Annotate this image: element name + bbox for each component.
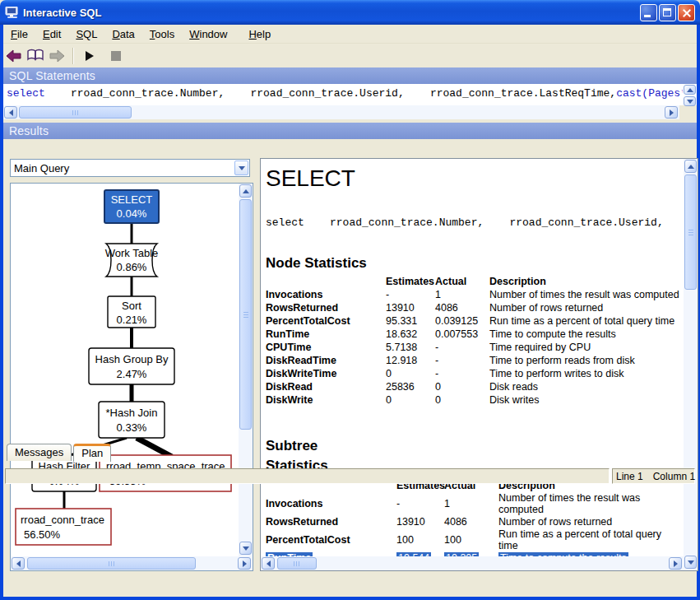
stat-row: DiskWrite00Disk writes xyxy=(266,393,684,407)
tree-hscrollbar[interactable] xyxy=(11,556,253,570)
stat-cell: Disk reads xyxy=(489,381,684,393)
scroll-left-button[interactable] xyxy=(4,106,17,119)
maximize-button[interactable] xyxy=(659,4,676,21)
chevron-down-icon xyxy=(239,166,245,170)
plan-node-hash-join[interactable]: *Hash Join 0.33% xyxy=(99,402,165,438)
stat-cell: - xyxy=(396,498,444,509)
right-arrow-icon xyxy=(670,109,674,116)
stat-row: PercentTotalCost95.3310.039125Run time a… xyxy=(266,314,684,328)
dropdown-button[interactable] xyxy=(234,160,248,175)
window-title: Interactive SQL xyxy=(23,7,640,19)
back-button[interactable] xyxy=(3,46,25,66)
scroll-right-button[interactable] xyxy=(669,557,682,570)
sql-editor[interactable]: select rroad_conn_trace.Number, rroad_co… xyxy=(3,84,697,105)
stat-cell: DiskWriteTime xyxy=(266,368,386,379)
results-header: Results xyxy=(3,123,697,139)
scroll-down-button[interactable] xyxy=(239,542,252,555)
menu-edit[interactable]: Edit xyxy=(35,26,68,43)
play-icon xyxy=(85,50,95,62)
tree-vscrollbar[interactable] xyxy=(239,184,253,556)
scroll-thumb[interactable] xyxy=(277,557,317,570)
tab-plan[interactable]: Plan xyxy=(73,444,111,462)
plan-tree-canvas[interactable]: SELECT 0.04% Work Table 0.86% Sort 0.21% xyxy=(11,184,239,556)
stat-cell: 4086 xyxy=(435,302,489,314)
status-column: Column 1 xyxy=(653,471,695,482)
execute-button[interactable] xyxy=(79,46,100,66)
stat-cell: 12.918 xyxy=(386,355,435,366)
sql-body: rroad_conn_trace.Number, rroad_conn_trac… xyxy=(45,87,616,100)
stat-cell: Number of times the result was computed xyxy=(498,492,684,515)
close-button[interactable] xyxy=(678,4,695,21)
sql-code-line[interactable]: select rroad_conn_trace.Number, rroad_co… xyxy=(3,84,683,105)
stop-button[interactable] xyxy=(105,46,127,66)
stat-cell: Time to perform writes to disk xyxy=(489,368,684,379)
scroll-up-button[interactable] xyxy=(684,160,697,173)
scroll-left-button[interactable] xyxy=(12,557,25,570)
stat-row: EstimatesActualDescription xyxy=(266,275,684,288)
left-arrow-icon xyxy=(9,109,13,116)
stat-cell: 5.7138 xyxy=(386,342,435,353)
stat-cell: 0 xyxy=(386,394,435,406)
sql-hscrollbar[interactable] xyxy=(3,105,679,119)
up-arrow-icon xyxy=(687,88,693,92)
stat-cell: Description xyxy=(489,276,684,287)
plan-node-hash-group-by[interactable]: Hash Group By 2.47% xyxy=(89,348,174,384)
scroll-up-button[interactable] xyxy=(239,184,252,198)
stat-row: RunTime18.6320.007553Time to compute the… xyxy=(266,328,684,341)
toolbar xyxy=(3,44,697,67)
detail-node-title: SELECT xyxy=(266,165,684,192)
svg-text:0.86%: 0.86% xyxy=(117,261,147,273)
menu-help[interactable]: Help xyxy=(241,26,278,43)
minimize-button[interactable] xyxy=(640,4,657,21)
stat-cell: - xyxy=(386,289,435,300)
scroll-down-button[interactable] xyxy=(684,96,696,106)
svg-text:0.04%: 0.04% xyxy=(117,207,147,220)
stat-cell: 100 xyxy=(396,534,444,546)
detail-vscrollbar[interactable] xyxy=(684,159,698,570)
down-arrow-icon xyxy=(243,547,249,551)
scroll-thumb[interactable] xyxy=(684,174,697,290)
plan-node-work-table[interactable]: Work Table 0.86% xyxy=(105,244,159,277)
menu-file[interactable]: File xyxy=(3,26,35,43)
svg-text:0.33%: 0.33% xyxy=(117,421,147,434)
stat-row: RowsReturned139104086Number of rows retu… xyxy=(266,515,684,528)
detail-hscrollbar[interactable] xyxy=(261,556,684,570)
svg-text:0.21%: 0.21% xyxy=(117,314,147,326)
menu-window[interactable]: Window xyxy=(182,26,234,43)
stat-cell: 100 xyxy=(444,534,498,546)
plan-node-rroad-conn-trace[interactable]: rroad_conn_trace 56.50% xyxy=(16,509,111,545)
scroll-thumb[interactable] xyxy=(19,106,132,119)
stat-cell: 1 xyxy=(444,498,498,509)
stat-cell: 25836 xyxy=(386,381,435,393)
scroll-down-button[interactable] xyxy=(684,556,697,569)
scroll-left-button[interactable] xyxy=(262,557,275,570)
scroll-up-button[interactable] xyxy=(684,85,696,95)
svg-text:Work Table: Work Table xyxy=(105,247,159,259)
plan-node-select[interactable]: SELECT 0.04% xyxy=(104,190,159,223)
up-arrow-icon xyxy=(243,189,249,193)
title-bar[interactable]: Interactive SQL xyxy=(0,0,700,25)
menu-data[interactable]: Data xyxy=(104,26,141,43)
scroll-right-button[interactable] xyxy=(665,106,678,119)
stat-cell: Number of rows returned xyxy=(498,516,684,528)
sql-editor-vscroll[interactable] xyxy=(683,84,697,105)
node-detail-content[interactable]: SELECT select rroad_conn_trace.Number, r… xyxy=(261,159,684,556)
window-body: File Edit SQL Data Tools Window Help xyxy=(0,25,700,600)
stat-cell: 0 xyxy=(435,394,489,406)
scroll-thumb[interactable] xyxy=(27,557,196,570)
lookup-button[interactable] xyxy=(25,46,46,66)
sql-statements-header: SQL Statements xyxy=(3,67,697,84)
forward-button[interactable] xyxy=(46,46,67,66)
svg-text:rroad_conn_trace: rroad_conn_trace xyxy=(21,514,104,526)
query-selector[interactable]: Main Query xyxy=(10,159,250,177)
stat-cell: RowsReturned xyxy=(266,516,396,528)
menu-sql[interactable]: SQL xyxy=(68,26,104,43)
svg-text:2.47%: 2.47% xyxy=(117,368,147,380)
scroll-thumb[interactable] xyxy=(239,199,252,430)
tab-messages[interactable]: Messages xyxy=(7,444,72,461)
left-arrow-icon xyxy=(16,560,21,567)
menu-tools[interactable]: Tools xyxy=(142,26,182,43)
stat-row: Invocations-1Number of times the result … xyxy=(266,288,684,301)
plan-node-sort[interactable]: Sort 0.21% xyxy=(108,296,155,328)
scroll-right-button[interactable] xyxy=(238,557,251,570)
